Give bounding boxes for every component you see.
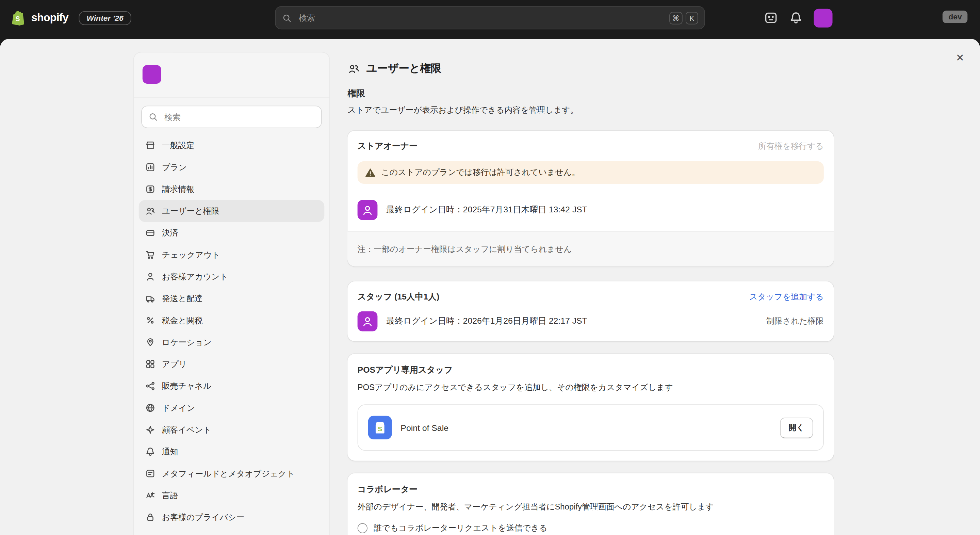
staff-card: スタッフ (15人中1人) スタッフを追加する 最終ログイン日時：2026年1月…: [347, 282, 834, 341]
bell-icon: [789, 11, 803, 25]
staff-header: スタッフ (15人中1人) スタッフを追加する: [347, 282, 834, 303]
store-owner-card: ストアオーナー 所有権を移行する このストアのプランでは移行は許可されていません…: [347, 131, 834, 266]
add-staff-link[interactable]: スタッフを追加する: [749, 291, 824, 303]
domains-icon: [145, 403, 156, 413]
topbar: S shopify Winter '26 ⌘ K dev: [0, 0, 980, 44]
sales-channels-icon: [145, 381, 156, 392]
search-icon: [148, 112, 158, 122]
owner-last-login: 最終ログイン日時：2025年7月31日木曜日 13:42 JST: [386, 205, 587, 216]
global-search-input[interactable]: [298, 13, 663, 23]
sidebar-item-label: ユーザーと権限: [162, 205, 220, 217]
account-avatar[interactable]: [814, 8, 832, 27]
customer-accounts-icon: [145, 271, 156, 282]
sidebar-item-label: 言語: [162, 490, 178, 501]
settings-sidebar: 一般設定プラン請求情報ユーザーと権限決済チェックアウトお客様アカウント発送と配達…: [134, 53, 329, 535]
transfer-warning-banner: このストアのプランでは移行は許可されていません。: [358, 161, 824, 184]
sidebar-item-label: メタフィールドとメタオブジェクト: [162, 468, 295, 479]
sidebar-item-locations[interactable]: ロケーション: [139, 331, 325, 353]
pos-card-title: POSアプリ専用スタッフ: [358, 365, 453, 375]
languages-icon: [145, 490, 156, 501]
sidebar-item-label: チェックアウト: [162, 249, 220, 260]
section-description: ストアでユーザーが表示および操作できる内容を管理します。: [347, 105, 834, 116]
taxes-icon: [145, 315, 156, 326]
page-title: ユーザーと権限: [366, 61, 441, 76]
sidebar-item-taxes[interactable]: 税金と関税: [139, 309, 325, 331]
sidebar-item-users[interactable]: ユーザーと権限: [139, 200, 325, 222]
apps-icon: [145, 359, 156, 369]
staff-row[interactable]: 最終ログイン日時：2026年1月26日月曜日 22:17 JST 制限された権限: [347, 303, 834, 341]
owner-row[interactable]: 最終ログイン日時：2025年7月31日木曜日 13:42 JST: [347, 184, 834, 231]
policies-icon: [145, 534, 156, 535]
k-key: K: [686, 11, 698, 24]
pos-app-name: Point of Sale: [401, 423, 449, 433]
staff-permission-label: 制限された権限: [766, 316, 824, 327]
sidebar-item-store[interactable]: 一般設定: [139, 134, 325, 156]
sidebar-item-label: 通知: [162, 446, 178, 457]
warning-icon: [365, 167, 375, 178]
owner-avatar: [358, 200, 378, 220]
collaborators-title: コラボレーター: [358, 484, 417, 494]
owner-note: 注：一部のオーナー権限はスタッフに割り当てられません: [347, 231, 834, 266]
sidebar-item-label: ロケーション: [162, 337, 212, 348]
sidebar-item-apps[interactable]: アプリ: [139, 353, 325, 375]
sidebar-item-customer-events[interactable]: 顧客イベント: [139, 419, 325, 441]
sidebar-item-metafields[interactable]: メタフィールドとメタオブジェクト: [139, 462, 325, 484]
collaborator-request-option[interactable]: 誰でもコラボレーターリクエストを送信できる: [358, 523, 824, 534]
radio-button[interactable]: [358, 523, 368, 533]
checkout-icon: [145, 250, 156, 260]
users-icon: [145, 205, 156, 216]
pos-staff-card: POSアプリ専用スタッフ POSアプリのみにアクセスできるスタッフを追加し、その…: [347, 354, 834, 461]
sidebar-item-billing[interactable]: 請求情報: [139, 178, 325, 200]
notifications-button[interactable]: [789, 11, 803, 25]
global-search[interactable]: ⌘ K: [275, 6, 705, 29]
dev-mode-button[interactable]: [764, 11, 778, 25]
locations-icon: [145, 337, 156, 347]
person-icon: [361, 315, 374, 328]
collaborators-description: 外部のデザイナー、開発者、マーケティング担当者にShopify管理画面へのアクセ…: [358, 501, 824, 513]
staff-last-login: 最終ログイン日時：2026年1月26日月曜日 22:17 JST: [386, 316, 587, 327]
sidebar-item-label: 税金と関税: [162, 315, 203, 326]
store-avatar: [143, 65, 161, 84]
person-icon: [361, 204, 374, 217]
sidebar-item-label: 一般設定: [162, 140, 195, 151]
transfer-ownership-link: 所有権を移行する: [758, 140, 824, 152]
payments-icon: [145, 228, 156, 238]
sidebar-item-sales-channels[interactable]: 販売チャネル: [139, 375, 325, 397]
settings-search[interactable]: [141, 105, 322, 128]
settings-search-input[interactable]: [163, 111, 315, 122]
notifications-icon: [145, 446, 156, 457]
sidebar-item-shipping[interactable]: 発送と配達: [139, 288, 325, 309]
svg-text:S: S: [15, 14, 20, 22]
metafields-icon: [145, 468, 156, 479]
sidebar-item-plan[interactable]: プラン: [139, 156, 325, 178]
page-header: ユーザーと権限: [347, 61, 834, 76]
command-key: ⌘: [669, 11, 682, 24]
sidebar-item-label: ポリシー: [162, 533, 195, 535]
svg-text:S: S: [378, 425, 382, 433]
store-owner-title: ストアオーナー: [358, 140, 417, 152]
settings-content: ユーザーと権限 権限 ストアでユーザーが表示および操作できる内容を管理します。 …: [347, 39, 834, 535]
topbar-actions: [764, 0, 832, 36]
close-button[interactable]: ×: [950, 46, 970, 67]
shopify-logo-icon: S: [11, 10, 25, 26]
sidebar-item-privacy[interactable]: お客様のプライバシー: [139, 506, 325, 528]
warning-text: このストアのプランでは移行は許可されていません。: [381, 167, 580, 178]
settings-modal: × 一般設定プラン請求情報ユーザーと権限決済チェックアウトお客様アカウント発送と…: [0, 39, 980, 535]
sidebar-item-policies[interactable]: ポリシー: [139, 528, 325, 535]
sidebar-item-label: 発送と配達: [162, 293, 203, 304]
screen: S shopify Winter '26 ⌘ K dev ×: [0, 0, 980, 535]
owner-note-text: 注：一部のオーナー権限はスタッフに割り当てられません: [358, 243, 572, 255]
sidebar-item-label: 決済: [162, 227, 178, 239]
pos-card-description: POSアプリのみにアクセスできるスタッフを追加し、その権限をカスタマイズします: [358, 382, 824, 393]
sidebar-item-payments[interactable]: 決済: [139, 222, 325, 244]
open-pos-button[interactable]: 開く: [780, 417, 813, 438]
sidebar-item-domains[interactable]: ドメイン: [139, 397, 325, 419]
sidebar-item-customer-accounts[interactable]: お客様アカウント: [139, 266, 325, 288]
users-permissions-icon: [347, 62, 360, 75]
release-badge[interactable]: Winter '26: [79, 11, 131, 24]
sidebar-item-languages[interactable]: 言語: [139, 484, 325, 506]
customer-events-icon: [145, 424, 156, 435]
sidebar-item-notifications[interactable]: 通知: [139, 441, 325, 462]
sidebar-item-checkout[interactable]: チェックアウト: [139, 244, 325, 266]
sidebar-item-label: アプリ: [162, 358, 187, 369]
